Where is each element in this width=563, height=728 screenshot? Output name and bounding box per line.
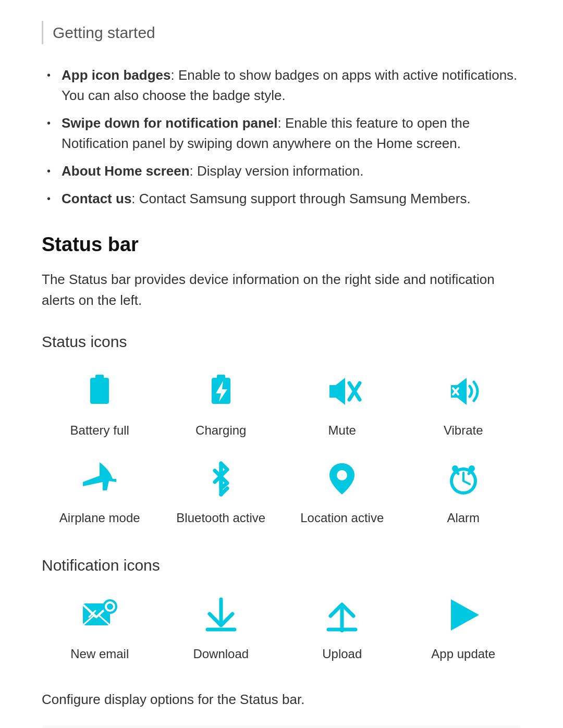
svg-marker-35 (451, 599, 479, 631)
download-label: Download (193, 645, 249, 663)
battery-full-label: Battery full (70, 421, 129, 440)
bullet-item-1: App icon badges: Enable to show badges o… (47, 65, 521, 106)
bullet-text-4: : Contact Samsung support through Samsun… (131, 191, 470, 206)
notification-icon-download: Download (163, 591, 279, 663)
bluetooth-icon (198, 455, 244, 502)
vibrate-icon (440, 368, 487, 415)
new-email-label: New email (70, 645, 129, 663)
notification-icon-email: New email (42, 591, 158, 663)
alarm-icon (440, 455, 487, 502)
mute-icon (319, 368, 365, 415)
app-update-icon (440, 591, 487, 638)
bullet-term-3: About Home screen (62, 163, 190, 179)
upload-label: Upload (322, 645, 362, 663)
bullet-item-2: Swipe down for notification panel: Enabl… (47, 113, 521, 154)
charging-label: Charging (195, 421, 246, 440)
status-icons-grid: Battery full Charging Mute (42, 368, 521, 527)
location-icon (319, 455, 365, 502)
svg-marker-8 (451, 378, 467, 405)
vibrate-label: Vibrate (444, 421, 483, 440)
bullet-list: App icon badges: Enable to show badges o… (42, 65, 521, 209)
svg-point-28 (107, 603, 113, 610)
status-icon-mute: Mute (284, 368, 400, 440)
page-header: Getting started (42, 21, 521, 44)
notification-icons-title: Notification icons (42, 553, 521, 577)
bullet-item-4: Contact us: Contact Samsung support thro… (47, 189, 521, 209)
status-icon-battery-full: Battery full (42, 368, 158, 440)
status-icon-location: Location active (284, 455, 400, 527)
status-bar-title: Status bar (42, 230, 521, 260)
status-icon-charging: Charging (163, 368, 279, 440)
svg-point-20 (469, 465, 475, 472)
bullet-item-3: About Home screen: Display version infor… (47, 161, 521, 181)
charging-icon (198, 368, 244, 415)
svg-point-21 (452, 465, 458, 472)
configure-text: Configure display options for the Status… (42, 689, 521, 710)
battery-full-icon (76, 368, 123, 415)
status-bar-description: The Status bar provides device informati… (42, 269, 521, 311)
new-email-icon (76, 591, 123, 638)
status-icon-airplane: Airplane mode (42, 455, 158, 527)
status-icon-vibrate: Vibrate (406, 368, 522, 440)
status-icon-bluetooth: Bluetooth active (163, 455, 279, 527)
bluetooth-label: Bluetooth active (176, 509, 265, 527)
status-icons-title: Status icons (42, 330, 521, 353)
upload-icon (319, 591, 365, 638)
app-update-label: App update (431, 645, 495, 663)
mute-label: Mute (328, 421, 356, 440)
svg-point-13 (337, 470, 347, 480)
bullet-term-1: App icon badges (62, 67, 170, 83)
svg-rect-0 (90, 378, 109, 404)
svg-rect-1 (95, 375, 104, 379)
notification-icon-app-update: App update (406, 591, 522, 663)
notification-icon-upload: Upload (284, 591, 400, 663)
status-icon-alarm: Alarm (406, 455, 522, 527)
page-header-title: Getting started (53, 24, 155, 41)
notification-icons-grid: New email Download Upload (42, 591, 521, 663)
svg-marker-5 (329, 378, 345, 405)
bullet-term-2: Swipe down for notification panel (62, 115, 278, 131)
bullet-term-4: Contact us (62, 191, 131, 206)
alarm-label: Alarm (447, 509, 480, 527)
airplane-icon (76, 455, 123, 502)
tip-box: TIP From Quick settings, tap ⋮ More opti… (42, 725, 521, 728)
download-icon (198, 591, 244, 638)
airplane-label: Airplane mode (59, 509, 140, 527)
svg-rect-3 (217, 375, 225, 379)
bullet-text-3: : Display version information. (190, 163, 364, 179)
location-label: Location active (300, 509, 384, 527)
